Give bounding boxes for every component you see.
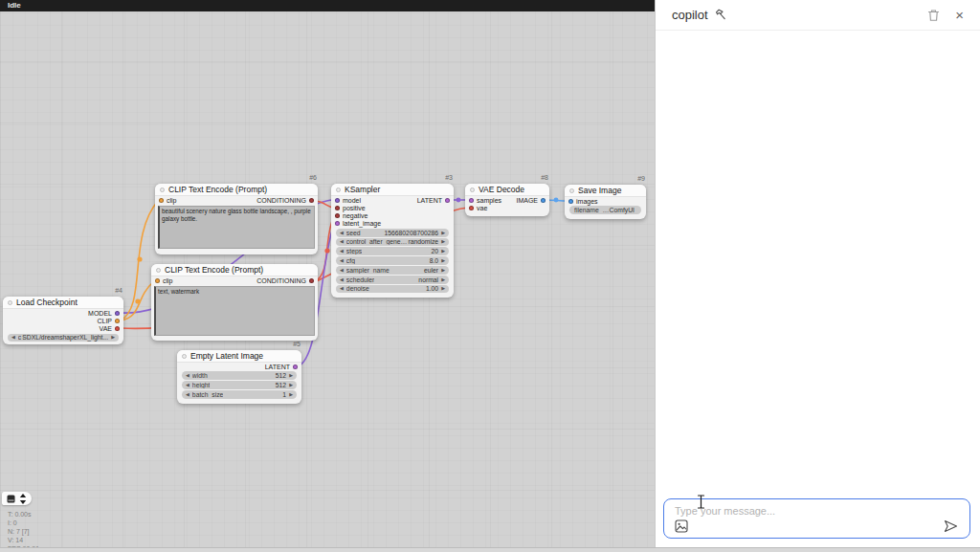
widget-batch-size[interactable]: ◀ batch_size 1 ▶ (182, 390, 297, 399)
slot-label: CLIP (97, 318, 112, 324)
images-input-slot[interactable] (568, 199, 573, 204)
minimap-image-icon[interactable] (7, 495, 15, 503)
prompt-textarea[interactable]: beautiful scenery nature glass bottle la… (158, 206, 315, 249)
collapse-dot-icon[interactable] (160, 188, 165, 192)
clip-output-slot[interactable] (115, 319, 120, 323)
node-title-bar[interactable]: VAE Decode (465, 184, 549, 196)
conditioning-output-slot[interactable] (309, 278, 314, 283)
prompt-textarea[interactable]: text, watermark (154, 286, 315, 336)
increment-arrow-icon[interactable]: ▶ (441, 239, 445, 244)
collapse-dot-icon[interactable] (336, 188, 341, 192)
clip-input-slot[interactable] (155, 278, 160, 283)
link-dot (324, 248, 329, 253)
decrement-arrow-icon[interactable]: ◀ (186, 383, 189, 387)
widget-height[interactable]: ◀ height 512 ▶ (182, 381, 297, 389)
increment-arrow-icon[interactable]: ▶ (441, 286, 445, 291)
widget-scheduler[interactable]: ◀ scheduler normal ▶ (336, 276, 449, 284)
clip-input-slot[interactable] (159, 198, 164, 203)
stat-nodes: N: 7 [7] (8, 527, 39, 536)
widget-width[interactable]: ◀ width 512 ▶ (182, 371, 297, 380)
increment-arrow-icon[interactable]: ▶ (289, 383, 293, 387)
decrement-arrow-icon[interactable]: ◀ (340, 277, 344, 282)
conditioning-output-slot[interactable] (309, 198, 314, 203)
collapse-dot-icon[interactable] (182, 354, 187, 359)
positive-input-slot[interactable] (335, 206, 340, 210)
slot-label: samples (477, 197, 501, 204)
node-title-bar[interactable]: Load Checkpoint (3, 297, 123, 309)
increment-arrow-icon[interactable]: ▶ (111, 335, 115, 340)
increment-arrow-icon[interactable]: ▶ (289, 392, 293, 397)
decrement-arrow-icon[interactable]: ◀ (340, 286, 344, 291)
execution-status-bar: Idle (0, 0, 655, 11)
widget-denoise[interactable]: ◀ denoise 1.00 ▶ (336, 285, 449, 294)
node-title-bar[interactable]: Save Image (565, 185, 646, 197)
widget-cfg[interactable]: ◀ cfg 8.0 ▶ (336, 256, 449, 265)
node-empty-latent-image[interactable]: #5 Empty Latent Image LATENT ◀ width 512… (177, 350, 301, 404)
decrement-arrow-icon[interactable]: ◀ (340, 231, 344, 235)
widget-sampler-name[interactable]: ◀ sampler_name euler ▶ (336, 266, 449, 275)
node-load-checkpoint[interactable]: #4 Load Checkpoint MODEL CLIP VAE ◀ ckpt… (3, 297, 123, 344)
widget-control-after-generate[interactable]: ◀ control_after_generate randomize ▶ (336, 238, 449, 247)
slot-label: LATENT (265, 364, 290, 370)
canvas-toolbar-pill[interactable] (2, 492, 32, 505)
node-save-image[interactable]: #9 Save Image images filename_prefix Com… (565, 185, 646, 219)
decrement-arrow-icon[interactable]: ◀ (340, 268, 344, 273)
decrement-arrow-icon[interactable]: ◀ (186, 392, 189, 397)
node-clip-text-encode-positive[interactable]: #6 CLIP Text Encode (Prompt) clip CONDIT… (155, 184, 318, 254)
copilot-title: copilot (672, 8, 708, 22)
node-vae-decode[interactable]: #8 VAE Decode samples IMAGE vae (465, 184, 549, 216)
negative-input-slot[interactable] (335, 213, 340, 218)
clear-chat-trash-icon[interactable] (927, 9, 940, 22)
arrows-up-down-icon[interactable] (19, 494, 27, 504)
widget-ckpt-name[interactable]: ◀ ckpt_name SDXL/dreamshaperXL_light... … (8, 334, 119, 342)
node-title-bar[interactable]: KSampler (331, 184, 454, 196)
attach-image-icon[interactable] (675, 519, 688, 533)
latent-output-slot[interactable] (293, 364, 298, 369)
graph-canvas[interactable]: Idle #6 CLIP Text Encode (Prompt) (0, 0, 655, 552)
latent-image-input-slot[interactable] (335, 221, 340, 226)
widget-filename-prefix[interactable]: filename_prefix ComfyUI (569, 206, 641, 214)
decrement-arrow-icon[interactable]: ◀ (340, 239, 344, 244)
message-composer[interactable]: Type your message... (663, 498, 970, 539)
slot-label: vae (477, 205, 487, 211)
increment-arrow-icon[interactable]: ▶ (441, 231, 445, 235)
link-dot (554, 198, 559, 203)
image-output-slot[interactable] (541, 198, 546, 203)
collapse-dot-icon[interactable] (569, 188, 574, 193)
node-title-bar[interactable]: Empty Latent Image (177, 350, 301, 363)
node-ksampler[interactable]: #3 KSampler model LATENT positive negati… (331, 184, 454, 298)
increment-arrow-icon[interactable]: ▶ (441, 277, 445, 282)
decrement-arrow-icon[interactable]: ◀ (340, 258, 344, 263)
node-title-bar[interactable]: CLIP Text Encode (Prompt) (155, 184, 318, 196)
stat-images: I: 0 (8, 519, 39, 527)
vae-input-slot[interactable] (469, 206, 474, 210)
widget-value: randomize (408, 238, 438, 245)
widget-value: 1 (282, 391, 286, 398)
increment-arrow-icon[interactable]: ▶ (441, 268, 445, 273)
widget-value: 156680208700286 (384, 230, 438, 236)
send-message-icon[interactable] (944, 519, 958, 533)
widget-value: 1.00 (426, 285, 438, 292)
latent-output-slot[interactable] (445, 198, 450, 203)
node-title-bar[interactable]: CLIP Text Encode (Prompt) (151, 264, 318, 276)
widget-value: normal (418, 276, 438, 283)
decrement-arrow-icon[interactable]: ◀ (340, 249, 344, 254)
increment-arrow-icon[interactable]: ▶ (441, 258, 445, 263)
widget-seed[interactable]: ◀ seed 156680208700286 ▶ (336, 229, 449, 237)
samples-input-slot[interactable] (469, 198, 474, 203)
collapse-dot-icon[interactable] (156, 268, 161, 273)
model-output-slot[interactable] (115, 311, 120, 316)
decrement-arrow-icon[interactable]: ◀ (186, 373, 189, 378)
collapse-dot-icon[interactable] (470, 188, 475, 192)
close-panel-icon[interactable]: × (955, 8, 964, 22)
increment-arrow-icon[interactable]: ▶ (289, 373, 293, 378)
widget-steps[interactable]: ◀ steps 20 ▶ (336, 247, 449, 255)
model-input-slot[interactable] (335, 198, 340, 203)
increment-arrow-icon[interactable]: ▶ (441, 249, 445, 254)
decrement-arrow-icon[interactable]: ◀ (11, 335, 15, 340)
collapse-dot-icon[interactable] (8, 300, 12, 305)
slot-label: latent_image (343, 220, 381, 227)
node-clip-text-encode-negative[interactable]: CLIP Text Encode (Prompt) clip CONDITION… (151, 264, 318, 341)
slot-label: MODEL (88, 310, 112, 317)
vae-output-slot[interactable] (115, 326, 120, 331)
